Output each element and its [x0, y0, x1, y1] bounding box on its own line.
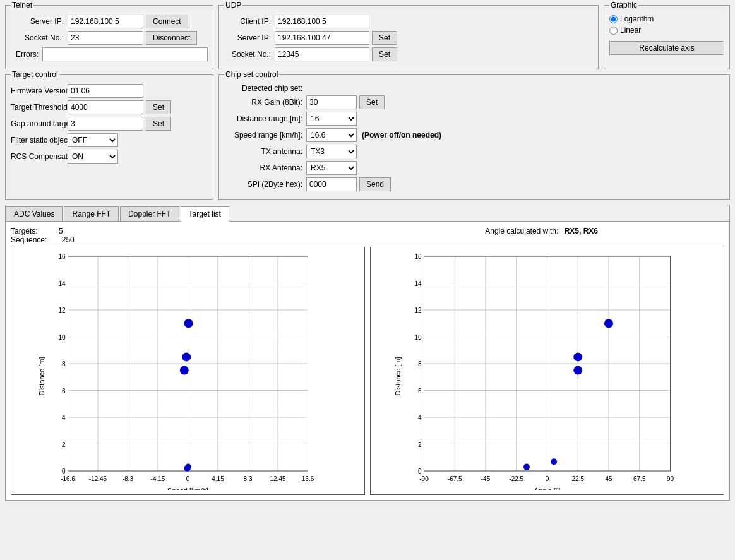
tab-target-list[interactable]: Target list: [181, 206, 229, 222]
udp-client-ip-input[interactable]: [275, 15, 369, 28]
svg-text:2: 2: [418, 441, 422, 448]
svg-text:6: 6: [62, 388, 66, 395]
chart2-point-4: [523, 464, 530, 470]
svg-text:Angle [°]: Angle [°]: [534, 487, 561, 490]
svg-text:4: 4: [62, 414, 66, 421]
svg-text:4: 4: [418, 414, 422, 421]
udp-client-ip-label: Client IP:: [224, 17, 275, 26]
firmware-label: Firmware Version:: [11, 86, 68, 95]
errors-row: Errors:: [11, 47, 208, 61]
chart2-y-label: Distance [m]: [394, 357, 402, 395]
svg-text:16.6: 16.6: [302, 475, 314, 482]
chart2-wrapper: Distance [m]: [370, 247, 724, 495]
angle-value: RX5, RX6: [565, 227, 598, 235]
connect-button[interactable]: Connect: [146, 15, 188, 28]
firmware-input[interactable]: [68, 84, 143, 98]
udp-set-server-button[interactable]: Set: [372, 31, 397, 45]
top-section: Telnet Server IP: Connect Socket No.: Di…: [5, 5, 730, 69]
errors-label: Errors:: [11, 50, 42, 59]
tab-doppler-fft[interactable]: Doppler FFT: [120, 206, 179, 221]
target-control-panel: Target control Firmware Version: Target …: [5, 74, 213, 200]
svg-text:12: 12: [58, 307, 66, 314]
svg-text:4.15: 4.15: [212, 475, 224, 482]
rx-select[interactable]: RX5 RX1 RX2: [306, 161, 357, 175]
threshold-row: Target Threshold: Set: [11, 100, 208, 114]
spi-row: SPI (2Byte hex): Send: [224, 177, 724, 191]
detected-label: Detected chip set:: [224, 84, 306, 93]
speed-row: Speed range [km/h]: 16.6 8.3 (Power off/…: [224, 128, 724, 142]
gap-label: Gap around target:: [11, 119, 68, 128]
send-button[interactable]: Send: [359, 177, 391, 191]
sequence-label: Sequence:: [11, 235, 47, 244]
svg-text:-4.15: -4.15: [151, 475, 165, 482]
threshold-input[interactable]: [68, 100, 143, 114]
tabs-container: ADC Values Range FFT Doppler FFT Target …: [5, 205, 730, 501]
socket-no-row: Socket No.: Disconnect: [11, 31, 208, 45]
tab-content: Targets: 5 Sequence: 250 Angle calculate…: [6, 222, 729, 500]
chart1-point-2: [182, 352, 191, 361]
svg-text:0: 0: [186, 475, 190, 482]
gap-input[interactable]: [68, 117, 143, 131]
gap-set-button[interactable]: Set: [146, 117, 171, 131]
telnet-panel: Telnet Server IP: Connect Socket No.: Di…: [5, 5, 213, 69]
detected-row: Detected chip set:: [224, 84, 724, 93]
speed-label: Speed range [km/h]:: [224, 131, 306, 140]
udp-server-ip-input[interactable]: [275, 31, 369, 45]
target-stats-left: Targets: 5 Sequence: 250: [11, 227, 75, 244]
chipset-title: Chip set control: [224, 70, 279, 79]
chart2-plot-area: 0 2 4 6 8 10 12 14 16 -90 -67.5: [414, 253, 674, 490]
svg-text:16: 16: [58, 253, 66, 260]
svg-text:90: 90: [667, 475, 674, 482]
svg-text:-22.5: -22.5: [509, 475, 523, 482]
logarithm-radio[interactable]: [609, 15, 618, 23]
logarithm-row: Logarithm: [609, 15, 724, 23]
gap-row: Gap around target: Set: [11, 117, 208, 131]
tx-select[interactable]: TX3 TX1 TX2: [306, 145, 357, 158]
tab-adc-values[interactable]: ADC Values: [6, 206, 63, 221]
socket-no-input[interactable]: [68, 31, 143, 45]
spi-input[interactable]: [306, 177, 357, 191]
sequence-value: 250: [62, 235, 75, 244]
svg-text:-8.3: -8.3: [122, 475, 134, 482]
speed-note: (Power off/on needed): [362, 131, 441, 140]
udp-socket-row: Socket No.: Set: [224, 47, 593, 61]
rcs-row: RCS Compensation: ON OFF: [11, 150, 208, 164]
threshold-set-button[interactable]: Set: [146, 100, 171, 114]
svg-text:8: 8: [62, 360, 66, 367]
linear-radio[interactable]: [609, 27, 618, 35]
svg-text:45: 45: [605, 475, 612, 482]
chart2-point-5: [551, 458, 557, 465]
svg-text:0: 0: [62, 468, 66, 475]
udp-socket-input[interactable]: [275, 47, 369, 61]
errors-input[interactable]: [42, 47, 208, 61]
firmware-row: Firmware Version:: [11, 84, 208, 98]
chart2-svg: Distance [m]: [373, 250, 721, 490]
udp-server-ip-row: Server IP: Set: [224, 31, 593, 45]
tab-range-fft[interactable]: Range FFT: [64, 206, 119, 221]
svg-text:8: 8: [418, 360, 422, 367]
rcs-label: RCS Compensation:: [11, 152, 68, 161]
rcs-select[interactable]: ON OFF: [68, 150, 118, 164]
second-section: Target control Firmware Version: Target …: [5, 74, 730, 200]
rx-gain-set-button[interactable]: Set: [359, 95, 385, 109]
main-container: Telnet Server IP: Connect Socket No.: Di…: [0, 0, 735, 506]
server-ip-label: Server IP:: [11, 17, 68, 26]
svg-text:8.3: 8.3: [244, 475, 253, 482]
rx-gain-input[interactable]: [306, 95, 357, 109]
distance-select[interactable]: 16 8 4: [306, 112, 357, 126]
tabs-header: ADC Values Range FFT Doppler FFT Target …: [6, 205, 729, 222]
svg-text:6: 6: [418, 388, 422, 395]
udp-socket-label: Socket No.:: [224, 50, 275, 59]
chart1-svg: Distance [m]: [14, 250, 362, 490]
svg-text:-12.45: -12.45: [89, 475, 107, 482]
chart1-plot-area: 0 2 4 6 8 10 12 14 16 -16.6 -12.45: [58, 253, 314, 490]
disconnect-button[interactable]: Disconnect: [146, 31, 197, 45]
server-ip-input[interactable]: [68, 15, 143, 28]
charts-container: Distance [m]: [11, 247, 724, 495]
speed-select[interactable]: 16.6 8.3: [306, 128, 357, 142]
recalculate-button[interactable]: Recalculate axis: [609, 41, 724, 55]
udp-set-socket-button[interactable]: Set: [372, 47, 397, 61]
udp-panel: UDP Client IP: Server IP: Set Socket No.…: [218, 5, 599, 69]
filter-select[interactable]: OFF ON: [68, 133, 118, 147]
svg-text:10: 10: [414, 334, 422, 341]
